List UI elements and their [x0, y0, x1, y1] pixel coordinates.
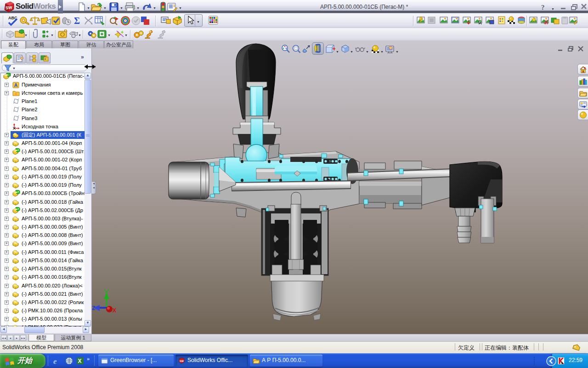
svg-text:SW: SW [180, 360, 184, 362]
svg-text:X: X [78, 358, 82, 364]
svg-text:Z: Z [92, 305, 95, 311]
svg-text:X: X [113, 307, 116, 314]
svg-text:SW: SW [6, 5, 13, 10]
svg-text:Σ: Σ [74, 16, 80, 26]
svg-text:A: A [14, 82, 18, 88]
